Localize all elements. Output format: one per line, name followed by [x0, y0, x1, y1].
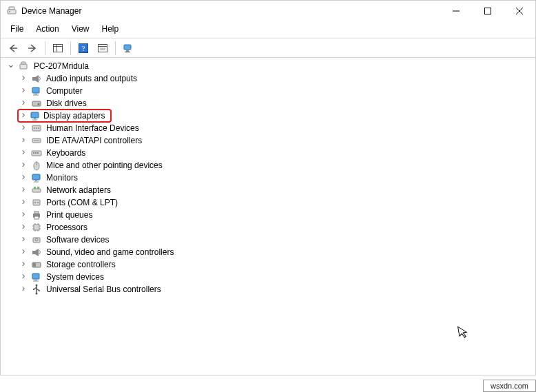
svg-rect-21	[32, 77, 35, 81]
computer-icon	[19, 61, 30, 72]
device-tree[interactable]: PC-207Mridula Audio inputs and outputsCo…	[1, 58, 535, 374]
svg-rect-54	[34, 225, 39, 230]
tree-item-label: Computer	[45, 86, 84, 96]
tree-item[interactable]: IDE ATA/ATAPI controllers	[3, 134, 535, 147]
tree-item[interactable]: Computer	[3, 85, 535, 97]
tree-item-label: Mice and other pointing devices	[45, 161, 164, 170]
chevron-right-icon[interactable]	[19, 285, 28, 294]
tree-root[interactable]: PC-207Mridula	[3, 60, 535, 72]
toolbar-divider	[115, 41, 116, 55]
svg-rect-38	[35, 152, 37, 154]
tree-item-label: Software devices	[45, 235, 110, 245]
svg-rect-28	[34, 118, 36, 119]
chevron-right-icon[interactable]	[19, 111, 28, 121]
tree-item[interactable]: Software devices	[3, 234, 535, 246]
svg-rect-68	[32, 274, 39, 279]
tree-item-label: Universal Serial Bus controllers	[45, 285, 163, 294]
app-icon	[6, 6, 17, 17]
svg-rect-37	[33, 152, 34, 154]
scan-hardware-button[interactable]	[120, 41, 136, 56]
network-icon	[31, 185, 42, 196]
tree-item[interactable]: Sound, video and game controllers	[3, 246, 535, 258]
tree-item[interactable]: Network adapters	[3, 184, 535, 196]
svg-rect-39	[37, 152, 39, 154]
tree-item[interactable]: Human Interface Devices	[3, 122, 535, 134]
svg-rect-65	[32, 251, 35, 254]
tree-item[interactable]: Display adapters	[3, 110, 535, 122]
sound-icon	[31, 247, 42, 258]
svg-rect-4	[485, 8, 491, 14]
maximize-button[interactable]	[472, 1, 504, 21]
tree-item-label: Disk drives	[45, 99, 88, 108]
tree-item-label: Storage controllers	[45, 260, 117, 269]
tree-item-label: Keyboards	[45, 148, 87, 158]
tree-item[interactable]: Processors	[3, 221, 535, 234]
window-title: Device Manager	[21, 6, 440, 16]
chevron-right-icon[interactable]	[19, 272, 28, 282]
toolbar-divider	[70, 41, 71, 55]
svg-point-32	[36, 127, 37, 129]
chevron-right-icon[interactable]	[19, 223, 28, 232]
tree-item-label: Audio inputs and outputs	[45, 74, 138, 83]
monitor-icon	[31, 172, 42, 183]
minimize-button[interactable]	[440, 1, 472, 21]
tree-item-label: Ports (COM & LPT)	[45, 198, 119, 207]
back-button[interactable]	[5, 41, 21, 56]
tree-item[interactable]: Print queues	[3, 209, 535, 221]
help-button[interactable]: ?	[75, 41, 92, 56]
chevron-right-icon[interactable]	[19, 74, 28, 83]
show-hide-tree-button[interactable]	[50, 41, 66, 56]
menu-action[interactable]: Action	[30, 23, 64, 35]
tree-item[interactable]: Audio inputs and outputs	[3, 72, 535, 85]
chevron-right-icon[interactable]	[19, 148, 28, 158]
svg-point-72	[36, 293, 38, 295]
tree-item[interactable]: System devices	[3, 271, 535, 283]
chevron-right-icon[interactable]	[19, 86, 28, 96]
chevron-right-icon[interactable]	[19, 123, 28, 133]
tree-item[interactable]: Storage controllers	[3, 258, 535, 271]
chevron-right-icon[interactable]	[19, 198, 28, 207]
chevron-right-icon[interactable]	[19, 235, 28, 245]
chevron-right-icon[interactable]	[19, 210, 28, 220]
svg-point-49	[34, 202, 36, 203]
tree-item-label: IDE ATA/ATAPI controllers	[45, 136, 143, 145]
svg-point-26	[38, 103, 40, 105]
forward-button[interactable]	[24, 41, 41, 56]
tree-item-label: System devices	[45, 272, 105, 282]
menu-view[interactable]: View	[66, 23, 95, 35]
chevron-right-icon[interactable]	[19, 136, 28, 145]
chevron-right-icon[interactable]	[19, 161, 28, 170]
titlebar: Device Manager	[1, 1, 535, 21]
chevron-right-icon[interactable]	[19, 185, 28, 195]
menu-file[interactable]: File	[5, 23, 29, 35]
storage-icon	[31, 259, 42, 270]
tree-root-label: PC-207Mridula	[32, 61, 90, 71]
watermark: wsxdn.com	[483, 380, 536, 392]
tree-item[interactable]: Mice and other pointing devices	[3, 159, 535, 172]
highlighted-item: Display adapters	[17, 109, 112, 123]
tree-item[interactable]: Keyboards	[3, 147, 535, 159]
svg-rect-42	[32, 174, 40, 180]
close-button[interactable]	[504, 1, 535, 21]
chevron-right-icon[interactable]	[19, 173, 28, 183]
svg-rect-0	[8, 10, 16, 14]
tree-item[interactable]: Ports (COM & LPT)	[3, 196, 535, 209]
menu-help[interactable]: Help	[96, 23, 125, 35]
tree-item[interactable]: Disk drives	[3, 97, 535, 110]
tree-item-label: Network adapters	[45, 185, 112, 195]
svg-point-2	[9, 11, 10, 12]
chevron-down-icon[interactable]	[6, 61, 16, 71]
chevron-right-icon[interactable]	[19, 260, 28, 269]
chevron-right-icon[interactable]	[19, 247, 28, 257]
chevron-right-icon[interactable]	[19, 99, 28, 108]
svg-rect-73	[33, 289, 34, 290]
svg-rect-1	[9, 7, 14, 10]
disk-icon	[31, 98, 42, 109]
svg-rect-7	[54, 44, 63, 52]
tree-item[interactable]: Monitors	[3, 172, 535, 184]
properties-button[interactable]	[94, 41, 111, 56]
tree-item-label: Print queues	[45, 210, 94, 220]
svg-rect-69	[34, 280, 37, 280]
tree-item[interactable]: Universal Serial Bus controllers	[3, 283, 535, 296]
display-icon	[30, 110, 41, 121]
